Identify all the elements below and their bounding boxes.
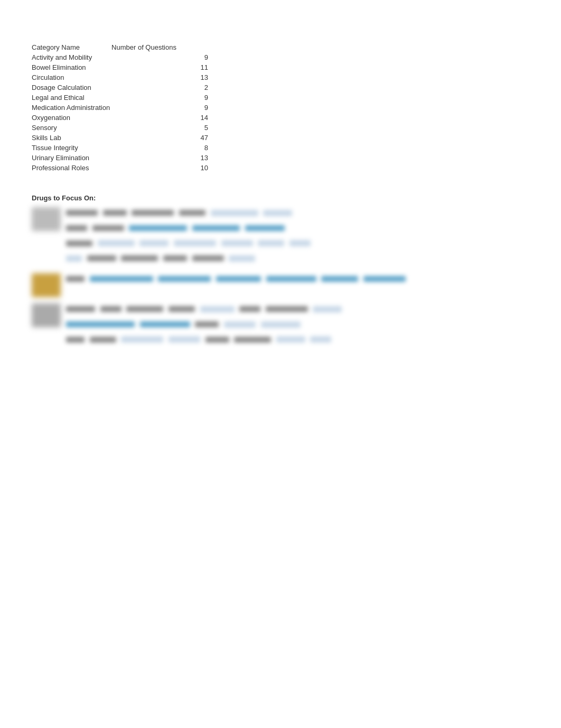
- drugs-label: Drugs to Focus On:: [32, 194, 529, 202]
- count-cell: 14: [111, 113, 208, 123]
- count-cell: 5: [111, 123, 208, 133]
- category-cell: Activity and Mobility: [32, 52, 111, 62]
- count-cell: 8: [111, 143, 208, 153]
- category-cell: Circulation: [32, 72, 111, 82]
- table-row: Sensory5: [32, 123, 208, 133]
- questions-column-header: Number of Questions: [111, 42, 208, 52]
- category-cell: Legal and Ethical: [32, 93, 111, 103]
- category-cell: Sensory: [32, 123, 111, 133]
- category-cell: Dosage Calculation: [32, 82, 111, 93]
- table-row: Oxygenation14: [32, 113, 208, 123]
- count-cell: 9: [111, 93, 208, 103]
- count-cell: 9: [111, 52, 208, 62]
- count-cell: 13: [111, 72, 208, 82]
- category-table: Category Name Number of Questions Activi…: [32, 42, 208, 173]
- table-row: Professional Roles10: [32, 163, 208, 173]
- drugs-content: [32, 207, 529, 349]
- category-cell: Bowel Elimination: [32, 62, 111, 72]
- category-column-header: Category Name: [32, 42, 111, 52]
- table-row: Tissue Integrity8: [32, 143, 208, 153]
- count-cell: 47: [111, 133, 208, 143]
- category-table-section: Category Name Number of Questions Activi…: [32, 42, 529, 173]
- drug-thumb-2: [32, 273, 61, 297]
- table-row: Medication Administration9: [32, 103, 208, 113]
- table-row: Circulation13: [32, 72, 208, 82]
- drugs-section: Drugs to Focus On:: [32, 194, 529, 349]
- count-cell: 2: [111, 82, 208, 93]
- drug-lines-3: [66, 303, 529, 349]
- category-cell: Tissue Integrity: [32, 143, 111, 153]
- drug-thumb-1: [32, 207, 61, 231]
- category-cell: Medication Administration: [32, 103, 111, 113]
- table-row: Activity and Mobility9: [32, 52, 208, 62]
- count-cell: 9: [111, 103, 208, 113]
- drug-lines-1: [66, 207, 529, 268]
- drug-thumb-3: [32, 303, 61, 327]
- table-row: Skills Lab47: [32, 133, 208, 143]
- table-row: Urinary Elimination13: [32, 153, 208, 163]
- category-cell: Urinary Elimination: [32, 153, 111, 163]
- table-row: Bowel Elimination11: [32, 62, 208, 72]
- table-row: Legal and Ethical9: [32, 93, 208, 103]
- count-cell: 10: [111, 163, 208, 173]
- category-cell: Oxygenation: [32, 113, 111, 123]
- count-cell: 13: [111, 153, 208, 163]
- count-cell: 11: [111, 62, 208, 72]
- drug-lines-2: [66, 273, 529, 289]
- table-row: Dosage Calculation2: [32, 82, 208, 93]
- category-cell: Skills Lab: [32, 133, 111, 143]
- category-cell: Professional Roles: [32, 163, 111, 173]
